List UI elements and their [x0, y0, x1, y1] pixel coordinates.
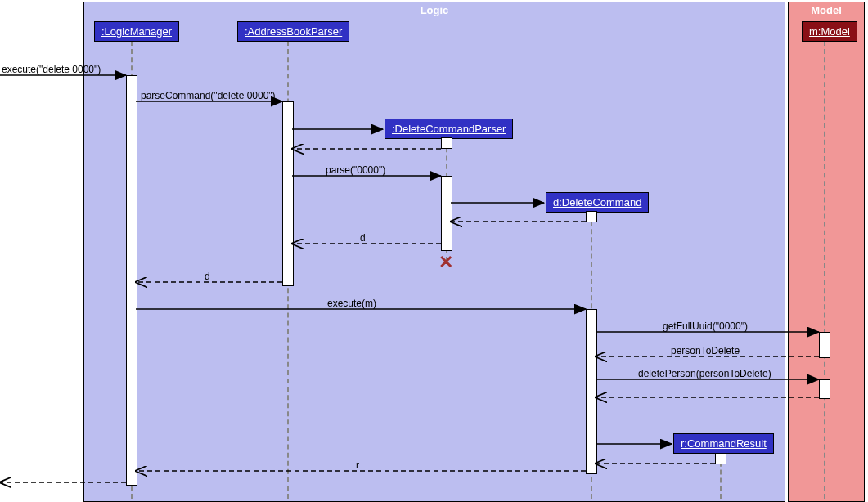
msg-persontodelete: personToDelete — [671, 345, 740, 356]
sequence-arrows — [0, 0, 868, 502]
msg-execute: execute("delete 0000") — [2, 64, 101, 75]
msg-parse: parse("0000") — [326, 164, 385, 176]
msg-return-r: r — [356, 459, 359, 471]
msg-execute-m: execute(m) — [327, 298, 376, 309]
msg-getfulluuid: getFullUuid("0000") — [663, 320, 748, 332]
msg-return-d2: d — [205, 271, 210, 282]
msg-parsecommand: parseCommand("delete 0000") — [141, 90, 276, 101]
msg-return-d1: d — [360, 232, 366, 244]
msg-deleteperson: deletePerson(personToDelete) — [638, 368, 771, 379]
